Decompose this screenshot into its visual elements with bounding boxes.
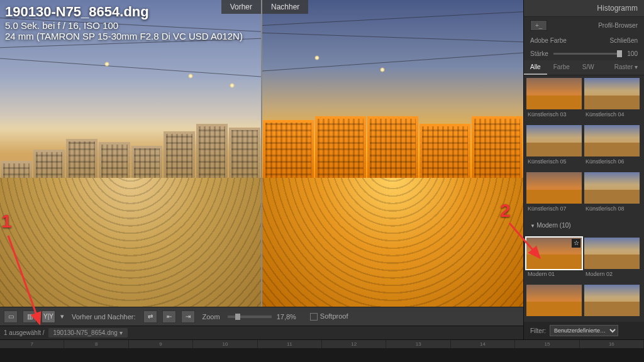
profile-kuenstlerisch-03[interactable]: Künstlerisch 03 bbox=[526, 78, 582, 123]
softproof-label: Softproof bbox=[320, 312, 348, 320]
profile-grid[interactable]: Künstlerisch 03 Künstlerisch 04 Künstler… bbox=[524, 75, 644, 322]
base-profile-label: Adobe Farbe bbox=[530, 37, 567, 44]
profile-thumb[interactable] bbox=[526, 285, 582, 319]
image-metadata: 190130-N75_8654.dng 5.0 Sek. bei f / 16,… bbox=[5, 4, 243, 41]
group-modern-header[interactable]: Modern (10) bbox=[526, 219, 641, 234]
filter-select[interactable]: Benutzerdefinierte… bbox=[550, 325, 618, 336]
filmstrip-timeline[interactable]: 789 101112 131415 16 bbox=[0, 339, 644, 348]
dropdown-icon[interactable]: ▾ bbox=[60, 312, 64, 321]
profile-thumb[interactable] bbox=[584, 285, 640, 319]
profile-modern-01[interactable]: ☆Modern 01 bbox=[526, 238, 582, 282]
add-profile-button[interactable]: +_ bbox=[530, 20, 547, 31]
tab-color[interactable]: Farbe bbox=[547, 60, 576, 75]
after-label: Nachher bbox=[262, 0, 308, 14]
zoom-label: Zoom bbox=[203, 313, 220, 321]
strength-value: 100 bbox=[627, 50, 638, 57]
profile-browser-label[interactable]: Profil-Browser bbox=[547, 22, 638, 29]
filter-label: Filter: bbox=[530, 327, 546, 334]
exposure-info: 5.0 Sek. bei f / 16, ISO 100 bbox=[5, 20, 243, 31]
after-pane[interactable]: Nachher bbox=[262, 0, 523, 307]
favorite-icon[interactable]: ☆ bbox=[572, 239, 580, 248]
loupe-view-button[interactable]: ▭ bbox=[4, 310, 18, 323]
swap-button[interactable]: ⇄ bbox=[143, 310, 157, 323]
before-after-button[interactable]: Y|Y bbox=[42, 310, 55, 323]
profile-modern-02[interactable]: Modern 02 bbox=[584, 238, 640, 282]
copy-right-button[interactable]: ⇥ bbox=[181, 310, 195, 323]
softproof-checkbox[interactable] bbox=[310, 313, 318, 321]
strength-slider[interactable] bbox=[553, 53, 622, 55]
current-file-chip[interactable]: 190130-N75_8654.dng ▾ bbox=[48, 328, 128, 337]
zoom-slider[interactable] bbox=[228, 315, 272, 318]
zoom-value[interactable]: 17,8% bbox=[277, 313, 296, 321]
filter-bar: Filter: Benutzerdefinierte… bbox=[524, 322, 644, 339]
compare-label: Vorher und Nachher: bbox=[72, 313, 136, 321]
profile-kuenstlerisch-05[interactable]: Künstlerisch 05 bbox=[526, 125, 582, 170]
before-pane[interactable]: Vorher bbox=[0, 0, 261, 307]
close-browser-button[interactable]: Schließen bbox=[610, 37, 638, 44]
compare-view-button[interactable]: ▥ bbox=[23, 310, 36, 323]
status-bar: 1 ausgewählt / 190130-N75_8654.dng ▾ bbox=[0, 326, 523, 339]
profile-kuenstlerisch-07[interactable]: Künstlerisch 07 bbox=[526, 172, 582, 217]
selection-count: 1 ausgewählt / bbox=[4, 329, 45, 336]
tab-bw[interactable]: S/W bbox=[576, 60, 601, 75]
right-panel: Histogramm +_ Profil-Browser Adobe Farbe… bbox=[523, 0, 644, 339]
profile-kuenstlerisch-08[interactable]: Künstlerisch 08 bbox=[584, 172, 640, 217]
bottom-toolbar: ▭ ▥ Y|Y ▾ Vorher und Nachher: ⇄ ⇤ ⇥ Zoom… bbox=[0, 307, 523, 326]
strength-label: Stärke bbox=[530, 50, 548, 57]
copy-left-button[interactable]: ⇤ bbox=[162, 310, 176, 323]
profile-kuenstlerisch-04[interactable]: Künstlerisch 04 bbox=[584, 78, 640, 123]
tab-all[interactable]: Alle bbox=[524, 60, 547, 75]
lens-info: 24 mm (TAMRON SP 15-30mm F2.8 Di VC USD … bbox=[5, 31, 243, 41]
tab-grid[interactable]: Raster ▾ bbox=[608, 60, 644, 75]
filename: 190130-N75_8654.dng bbox=[5, 4, 243, 20]
before-after-preview: 190130-N75_8654.dng 5.0 Sek. bei f / 16,… bbox=[0, 0, 523, 307]
profile-kuenstlerisch-06[interactable]: Künstlerisch 06 bbox=[584, 125, 640, 170]
profile-filter-tabs: Alle Farbe S/W Raster ▾ bbox=[524, 60, 644, 75]
histogram-header[interactable]: Histogramm bbox=[524, 0, 644, 17]
